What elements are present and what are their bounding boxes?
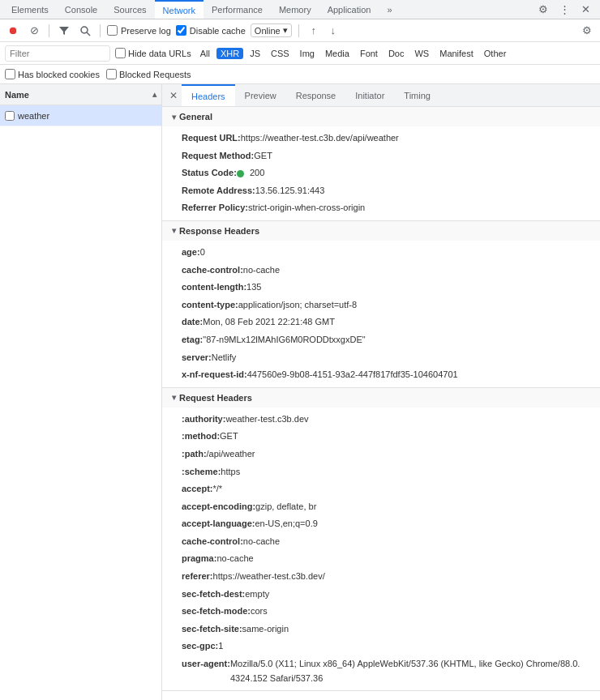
separator-3: [298, 24, 299, 37]
reqh-path: :path: /api/weather: [162, 446, 600, 463]
rh-age: age: 0: [162, 244, 600, 262]
hide-data-urls-label[interactable]: Hide data URLs: [115, 48, 191, 58]
detail-tab-preview[interactable]: Preview: [235, 84, 286, 106]
general-request-method: Request Method: GET: [162, 147, 600, 165]
rh-content-type: content-type: application/json; charset=…: [162, 297, 600, 314]
filter-bar: Hide data URLs All XHR JS CSS Img Media …: [0, 42, 600, 65]
reqh-accept-language: accept-language: en-US,en;q=0.9: [162, 515, 600, 533]
tab-console[interactable]: Console: [57, 0, 105, 19]
record-button[interactable]: ⏺: [5, 23, 21, 39]
filter-icon[interactable]: [56, 23, 72, 39]
request-row-weather[interactable]: weather: [0, 105, 161, 126]
reqh-sec-fetch-dest: sec-fetch-dest: empty: [162, 586, 600, 604]
settings-icon[interactable]: ⚙: [535, 2, 551, 18]
rh-etag: etag: "87-n9MLx12lMAhIG6M0RODDtxxgxDE": [162, 331, 600, 349]
rh-date: date: Mon, 08 Feb 2021 22:21:48 GMT: [162, 314, 600, 331]
tab-overflow[interactable]: »: [379, 0, 400, 19]
tabs-left: Elements Console Sources Network Perform…: [3, 0, 401, 19]
filter-all-button[interactable]: All: [196, 48, 214, 59]
preserve-log-checkbox[interactable]: [107, 25, 118, 36]
tab-elements[interactable]: Elements: [3, 0, 57, 19]
tab-network[interactable]: Network: [155, 0, 204, 19]
disable-cache-label[interactable]: Disable cache: [176, 25, 246, 36]
network-toolbar: ⏺ ⊘ Preserve log Disable cache Online ▾ …: [0, 19, 600, 42]
tab-bar-actions: ⚙ ⋮ ✕: [535, 2, 597, 18]
response-headers-section-header[interactable]: ▾ Response Headers: [162, 221, 600, 241]
general-section-content: Request URL: https://weather-test.c3b.de…: [162, 126, 600, 220]
reqh-sec-fetch-site: sec-fetch-site: same-origin: [162, 621, 600, 638]
blocked-requests-label[interactable]: Blocked Requests: [106, 69, 191, 79]
has-blocked-cookies-label[interactable]: Has blocked cookies: [5, 69, 100, 79]
export-button[interactable]: ↓: [325, 23, 341, 39]
filter-doc-button[interactable]: Doc: [384, 48, 409, 59]
has-blocked-cookies-checkbox[interactable]: [5, 69, 15, 79]
general-remote-address: Remote Address: 13.56.125.91:443: [162, 182, 600, 200]
row-checkbox[interactable]: [5, 111, 15, 121]
import-button[interactable]: ↑: [306, 23, 322, 39]
tab-performance[interactable]: Performance: [204, 0, 271, 19]
reqh-cache-control: cache-control: no-cache: [162, 533, 600, 551]
filter-media-button[interactable]: Media: [321, 48, 354, 59]
reqh-sec-gpc: sec-gpc: 1: [162, 638, 600, 655]
network-settings-icon[interactable]: ⚙: [579, 23, 595, 39]
hide-data-urls-checkbox[interactable]: [115, 48, 126, 58]
import-export-buttons: ↑ ↓: [306, 23, 341, 39]
detail-tabs: ✕ Headers Preview Response Initiator Tim…: [162, 84, 600, 107]
status-dot-green: [237, 170, 244, 177]
filter-ws-button[interactable]: WS: [410, 48, 433, 59]
svg-point-0: [81, 27, 88, 33]
filter-input-wrap[interactable]: [5, 45, 110, 62]
blocked-requests-checkbox[interactable]: [106, 69, 117, 79]
filter-input[interactable]: [10, 49, 105, 58]
main-area: Name ▴ weather ✕ Headers Preview Respons…: [0, 84, 600, 700]
more-icon[interactable]: ⋮: [556, 2, 572, 18]
devtools-tab-bar: Elements Console Sources Network Perform…: [0, 0, 600, 19]
response-headers-section: ▾ Response Headers age: 0 cache-control:…: [162, 221, 600, 388]
search-icon[interactable]: [77, 23, 93, 39]
clear-button[interactable]: ⊘: [26, 23, 42, 39]
reqh-pragma: pragma: no-cache: [162, 550, 600, 568]
preserve-log-label[interactable]: Preserve log: [107, 25, 171, 36]
filter-xhr-button[interactable]: XHR: [216, 48, 243, 59]
name-column-header[interactable]: Name ▴: [0, 84, 161, 105]
extra-filter-bar: Has blocked cookies Blocked Requests: [0, 65, 600, 84]
filter-font-button[interactable]: Font: [356, 48, 382, 59]
response-headers-content: age: 0 cache-control: no-cache content-l…: [162, 241, 600, 387]
filter-type-buttons: All XHR JS CSS Img Media Font Doc WS Man…: [196, 48, 511, 59]
filter-img-button[interactable]: Img: [296, 48, 319, 59]
detail-panel[interactable]: ✕ Headers Preview Response Initiator Tim…: [162, 84, 600, 700]
detail-tab-initiator[interactable]: Initiator: [345, 84, 394, 106]
general-request-url: Request URL: https://weather-test.c3b.de…: [162, 130, 600, 147]
tab-sources[interactable]: Sources: [105, 0, 154, 19]
reqh-accept-encoding: accept-encoding: gzip, deflate, br: [162, 498, 600, 516]
request-headers-chevron-icon: ▾: [172, 393, 176, 402]
detail-tab-headers[interactable]: Headers: [182, 84, 235, 106]
tab-memory[interactable]: Memory: [271, 0, 319, 19]
detail-tab-timing[interactable]: Timing: [394, 84, 440, 106]
reqh-user-agent: user-agent: Mozilla/5.0 (X11; Linux x86_…: [162, 655, 600, 687]
tab-application[interactable]: Application: [319, 0, 379, 19]
disable-cache-checkbox[interactable]: [176, 25, 186, 36]
filter-css-button[interactable]: CSS: [267, 48, 294, 59]
chevron-down-icon: ▾: [283, 25, 288, 36]
name-panel: Name ▴ weather: [0, 84, 162, 700]
general-chevron-icon: ▾: [172, 113, 176, 122]
filter-js-button[interactable]: JS: [246, 48, 264, 59]
reqh-sec-fetch-mode: sec-fetch-mode: cors: [162, 603, 600, 621]
filter-manifest-button[interactable]: Manifest: [435, 48, 478, 59]
close-devtools-icon[interactable]: ✕: [577, 2, 594, 18]
sort-asc-icon: ▴: [152, 90, 156, 99]
reqh-scheme: :scheme: https: [162, 463, 600, 481]
throttle-dropdown[interactable]: Online ▾: [251, 23, 292, 37]
rh-cache-control: cache-control: no-cache: [162, 262, 600, 280]
general-section: ▾ General Request URL: https://weather-t…: [162, 107, 600, 221]
request-headers-content: :authority: weather-test.c3b.dev :method…: [162, 408, 600, 691]
filter-other-button[interactable]: Other: [480, 48, 511, 59]
reqh-method: :method: GET: [162, 428, 600, 446]
close-detail-tab-button[interactable]: ✕: [165, 88, 182, 104]
detail-tab-response[interactable]: Response: [286, 84, 346, 106]
general-section-header[interactable]: ▾ General: [162, 107, 600, 126]
general-referrer-policy: Referrer Policy: strict-origin-when-cros…: [162, 199, 600, 217]
reqh-authority: :authority: weather-test.c3b.dev: [162, 411, 600, 429]
request-headers-section-header[interactable]: ▾ Request Headers: [162, 388, 600, 408]
